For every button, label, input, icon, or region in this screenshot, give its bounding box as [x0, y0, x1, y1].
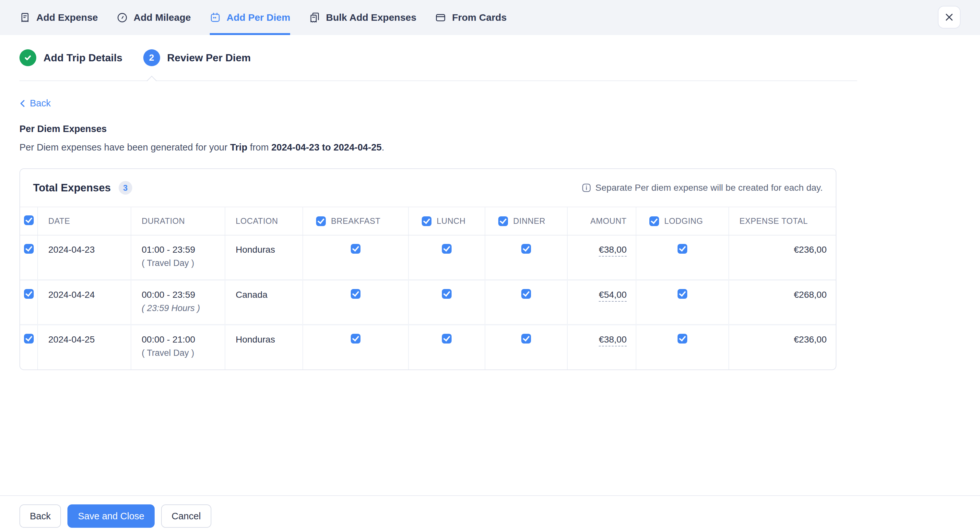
lodging-column-checkbox[interactable]: [649, 216, 659, 226]
duration-note: ( Travel Day ): [142, 348, 224, 358]
card-title: Total Expenses: [33, 182, 111, 194]
page-description: Per Diem expenses have been generated fo…: [19, 142, 980, 153]
tab-label: From Cards: [452, 12, 506, 23]
column-header-lodging: LODGING: [664, 216, 703, 226]
dialog-footer: Back Save and Close Cancel: [0, 495, 980, 531]
page-title: Per Diem Expenses: [19, 124, 980, 134]
step-label: Review Per Diem: [167, 52, 251, 64]
column-header-dinner: DINNER: [513, 216, 545, 226]
dinner-checkbox[interactable]: [521, 244, 531, 254]
total-expenses-card: Total Expenses 3 Separate Per diem expen…: [19, 168, 837, 370]
table-row: 2024-04-25 00:00 - 21:00 ( Travel Day ) …: [20, 325, 837, 370]
active-step-caret: [146, 76, 157, 86]
per-diem-table: DATE DURATION LOCATION BREAKFAST LUNCH D…: [20, 207, 837, 370]
duration-note: ( 23:59 Hours ): [142, 303, 224, 313]
lodging-checkbox[interactable]: [678, 289, 687, 299]
amount-value[interactable]: €38,00: [599, 335, 627, 346]
dinner-column-checkbox[interactable]: [498, 216, 508, 226]
column-header-expense-total: EXPENSE TOTAL: [729, 207, 837, 235]
select-all-checkbox[interactable]: [24, 215, 34, 225]
table-row: 2024-04-23 01:00 - 23:59 ( Travel Day ) …: [20, 235, 837, 280]
close-icon: [944, 12, 954, 22]
lunch-checkbox[interactable]: [442, 289, 452, 299]
amount-value[interactable]: €54,00: [599, 290, 627, 302]
lodging-checkbox[interactable]: [678, 244, 687, 254]
step-label: Add Trip Details: [43, 52, 123, 64]
expense-total-cell: €236,00: [729, 325, 837, 370]
dialog-tabbar: Add Expense Add Mileage Add Per Diem: [0, 0, 980, 35]
amount-value[interactable]: €38,00: [599, 245, 627, 257]
dinner-checkbox[interactable]: [521, 334, 531, 343]
receipt-icon: [19, 12, 30, 23]
step-complete-check-icon: [19, 49, 36, 66]
location-cell: Honduras: [225, 325, 303, 370]
breakfast-checkbox[interactable]: [351, 244, 361, 254]
tab-bulk-add-expenses[interactable]: Bulk Add Expenses: [309, 0, 416, 35]
card-header: Total Expenses 3 Separate Per diem expen…: [20, 169, 836, 207]
column-header-amount: AMOUNT: [567, 207, 636, 235]
date-cell: 2024-04-25: [38, 325, 131, 370]
back-link[interactable]: Back: [19, 98, 51, 108]
row-select-checkbox[interactable]: [24, 289, 34, 299]
receipt-stack-icon: [309, 12, 320, 23]
wizard-steps: Add Trip Details 2 Review Per Diem: [19, 35, 857, 81]
table-row: 2024-04-24 00:00 - 23:59 ( 23:59 Hours )…: [20, 280, 837, 325]
date-cell: 2024-04-24: [38, 280, 131, 325]
step-review-per-diem[interactable]: 2 Review Per Diem: [143, 49, 251, 66]
breakfast-column-checkbox[interactable]: [316, 216, 326, 226]
tab-add-per-diem[interactable]: Add Per Diem: [210, 0, 291, 35]
expense-count-badge: 3: [119, 181, 132, 195]
duration-cell: 00:00 - 21:00 ( Travel Day ): [131, 325, 225, 370]
per-diem-dialog: Add Expense Add Mileage Add Per Diem: [0, 0, 980, 531]
tab-label: Add Expense: [36, 12, 98, 23]
chevron-left-icon: [19, 100, 25, 107]
column-header-lunch: LUNCH: [437, 216, 466, 226]
table-header-row: DATE DURATION LOCATION BREAKFAST LUNCH D…: [20, 207, 837, 235]
lunch-column-checkbox[interactable]: [422, 216, 431, 226]
lunch-checkbox[interactable]: [442, 244, 452, 254]
tab-label: Add Mileage: [134, 12, 191, 23]
dinner-checkbox[interactable]: [521, 289, 531, 299]
breakfast-checkbox[interactable]: [351, 334, 361, 343]
per-diem-note: Separate Per diem expense will be create…: [582, 183, 823, 193]
back-button[interactable]: Back: [19, 504, 61, 528]
step-number-badge: 2: [143, 49, 160, 66]
tab-label: Add Per Diem: [227, 12, 291, 23]
credit-card-icon: [435, 12, 446, 23]
breakfast-checkbox[interactable]: [351, 289, 361, 299]
column-header-duration: DURATION: [131, 207, 225, 235]
location-cell: Honduras: [225, 235, 303, 280]
row-select-checkbox[interactable]: [24, 244, 34, 254]
tab-add-expense[interactable]: Add Expense: [19, 0, 98, 35]
row-select-checkbox[interactable]: [24, 334, 34, 343]
expense-total-cell: €236,00: [729, 235, 837, 280]
calendar-icon: [210, 12, 221, 23]
save-and-close-button[interactable]: Save and Close: [67, 504, 154, 528]
step-add-trip-details[interactable]: Add Trip Details: [19, 49, 123, 66]
lunch-checkbox[interactable]: [442, 334, 452, 343]
duration-cell: 00:00 - 23:59 ( 23:59 Hours ): [131, 280, 225, 325]
tab-from-cards[interactable]: From Cards: [435, 0, 506, 35]
duration-cell: 01:00 - 23:59 ( Travel Day ): [131, 235, 225, 280]
tab-add-mileage[interactable]: Add Mileage: [117, 0, 191, 35]
column-header-breakfast: BREAKFAST: [331, 216, 380, 226]
duration-note: ( Travel Day ): [142, 258, 224, 268]
column-header-location: LOCATION: [225, 207, 303, 235]
cancel-button[interactable]: Cancel: [161, 504, 211, 528]
gauge-icon: [117, 12, 128, 23]
close-button[interactable]: [938, 6, 961, 29]
lodging-checkbox[interactable]: [678, 334, 687, 343]
info-icon: [582, 183, 591, 192]
column-header-date: DATE: [38, 207, 131, 235]
location-cell: Canada: [225, 280, 303, 325]
tab-label: Bulk Add Expenses: [326, 12, 416, 23]
expense-type-tabs: Add Expense Add Mileage Add Per Diem: [19, 0, 507, 35]
expense-total-cell: €268,00: [729, 280, 837, 325]
date-cell: 2024-04-23: [38, 235, 131, 280]
